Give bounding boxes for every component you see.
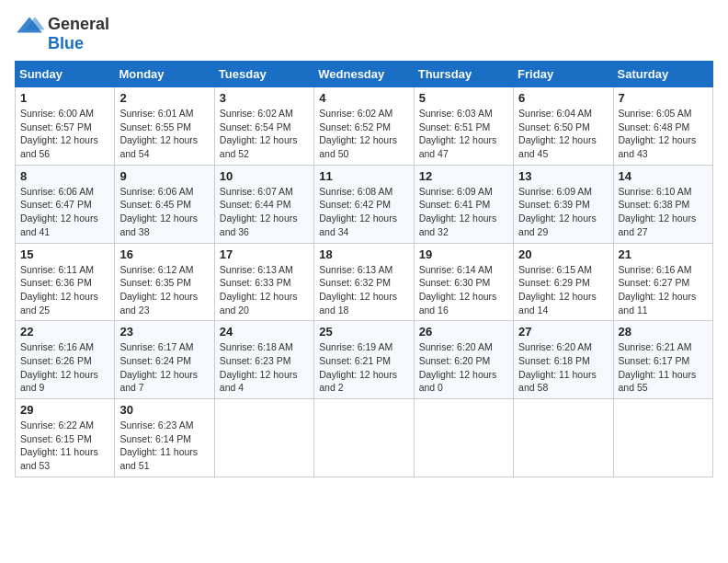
empty-cell [414,399,513,477]
day-number: 6 [518,91,608,105]
day-cell-30: 30 Sunrise: 6:23 AMSunset: 6:14 PMDaylig… [115,399,214,477]
day-number: 27 [518,325,608,339]
day-number: 2 [119,91,209,105]
day-info: Sunrise: 6:18 AMSunset: 6:23 PMDaylight:… [220,340,309,395]
week-row-5: 29 Sunrise: 6:22 AMSunset: 6:15 PMDaylig… [16,399,713,477]
day-info: Sunrise: 6:06 AMSunset: 6:45 PMDaylight:… [119,185,209,239]
day-cell-25: 25 Sunrise: 6:19 AMSunset: 6:21 PMDaylig… [314,321,414,399]
day-number: 3 [220,91,309,105]
day-cell-12: 12 Sunrise: 6:09 AMSunset: 6:41 PMDaylig… [414,165,513,243]
header-friday: Friday [514,62,613,87]
day-info: Sunrise: 6:01 AMSunset: 6:55 PMDaylight:… [119,107,209,161]
day-cell-11: 11 Sunrise: 6:08 AMSunset: 6:42 PMDaylig… [314,165,414,243]
day-cell-6: 6 Sunrise: 6:04 AMSunset: 6:50 PMDayligh… [514,87,613,166]
logo-general: General [48,15,109,34]
day-cell-21: 21 Sunrise: 6:16 AMSunset: 6:27 PMDaylig… [613,243,712,321]
day-cell-10: 10 Sunrise: 6:07 AMSunset: 6:44 PMDaylig… [214,165,313,243]
day-cell-1: 1 Sunrise: 6:00 AMSunset: 6:57 PMDayligh… [16,87,115,166]
week-row-3: 15 Sunrise: 6:11 AMSunset: 6:36 PMDaylig… [16,243,713,321]
day-cell-27: 27 Sunrise: 6:20 AMSunset: 6:18 PMDaylig… [514,321,613,399]
logo-blue: Blue [48,34,84,53]
day-cell-22: 22 Sunrise: 6:16 AMSunset: 6:26 PMDaylig… [16,321,115,399]
day-info: Sunrise: 6:03 AMSunset: 6:51 PMDaylight:… [419,107,508,161]
day-info: Sunrise: 6:13 AMSunset: 6:33 PMDaylight:… [220,263,309,317]
day-cell-13: 13 Sunrise: 6:09 AMSunset: 6:39 PMDaylig… [514,165,613,243]
header-sunday: Sunday [16,62,115,87]
empty-cell [613,399,712,477]
day-info: Sunrise: 6:19 AMSunset: 6:21 PMDaylight:… [319,340,408,395]
day-number: 23 [119,325,209,339]
day-cell-9: 9 Sunrise: 6:06 AMSunset: 6:45 PMDayligh… [115,165,214,243]
day-info: Sunrise: 6:02 AMSunset: 6:52 PMDaylight:… [319,107,408,161]
day-cell-5: 5 Sunrise: 6:03 AMSunset: 6:51 PMDayligh… [414,87,513,166]
day-info: Sunrise: 6:02 AMSunset: 6:54 PMDaylight:… [220,107,309,161]
day-number: 4 [319,91,408,105]
day-number: 25 [319,325,408,339]
day-cell-20: 20 Sunrise: 6:15 AMSunset: 6:29 PMDaylig… [514,243,613,321]
day-cell-24: 24 Sunrise: 6:18 AMSunset: 6:23 PMDaylig… [214,321,313,399]
day-info: Sunrise: 6:06 AMSunset: 6:47 PMDaylight:… [20,185,109,239]
day-number: 12 [419,169,508,183]
day-info: Sunrise: 6:15 AMSunset: 6:29 PMDaylight:… [518,263,608,317]
day-cell-7: 7 Sunrise: 6:05 AMSunset: 6:48 PMDayligh… [613,87,712,166]
logo-icon [15,16,44,34]
day-cell-2: 2 Sunrise: 6:01 AMSunset: 6:55 PMDayligh… [115,87,214,166]
day-number: 29 [20,403,109,417]
day-cell-19: 19 Sunrise: 6:14 AMSunset: 6:30 PMDaylig… [414,243,513,321]
day-cell-4: 4 Sunrise: 6:02 AMSunset: 6:52 PMDayligh… [314,87,414,166]
day-info: Sunrise: 6:16 AMSunset: 6:26 PMDaylight:… [20,340,109,395]
day-number: 10 [220,169,309,183]
day-info: Sunrise: 6:04 AMSunset: 6:50 PMDaylight:… [518,107,608,161]
day-number: 5 [419,91,508,105]
day-cell-3: 3 Sunrise: 6:02 AMSunset: 6:54 PMDayligh… [214,87,313,166]
day-number: 7 [619,91,708,105]
day-info: Sunrise: 6:14 AMSunset: 6:30 PMDaylight:… [419,263,508,317]
day-info: Sunrise: 6:09 AMSunset: 6:39 PMDaylight:… [518,185,608,239]
day-number: 24 [220,325,309,339]
day-number: 20 [518,247,608,261]
week-row-1: 1 Sunrise: 6:00 AMSunset: 6:57 PMDayligh… [16,87,713,166]
day-number: 15 [20,247,109,261]
day-number: 16 [119,247,209,261]
day-number: 13 [518,169,608,183]
day-cell-8: 8 Sunrise: 6:06 AMSunset: 6:47 PMDayligh… [16,165,115,243]
day-cell-15: 15 Sunrise: 6:11 AMSunset: 6:36 PMDaylig… [16,243,115,321]
day-number: 18 [319,247,408,261]
day-info: Sunrise: 6:22 AMSunset: 6:15 PMDaylight:… [20,419,109,473]
day-number: 21 [619,247,708,261]
header: General Blue [15,15,713,53]
empty-cell [214,399,313,477]
empty-cell [314,399,414,477]
day-cell-29: 29 Sunrise: 6:22 AMSunset: 6:15 PMDaylig… [16,399,115,477]
calendar-header-row: SundayMondayTuesdayWednesdayThursdayFrid… [16,62,713,87]
day-number: 11 [319,169,408,183]
day-number: 9 [119,169,209,183]
day-info: Sunrise: 6:13 AMSunset: 6:32 PMDaylight:… [319,263,408,317]
empty-cell [514,399,613,477]
day-info: Sunrise: 6:08 AMSunset: 6:42 PMDaylight:… [319,185,408,239]
logo: General Blue [15,15,109,53]
day-info: Sunrise: 6:21 AMSunset: 6:17 PMDaylight:… [619,340,708,395]
week-row-4: 22 Sunrise: 6:16 AMSunset: 6:26 PMDaylig… [16,321,713,399]
week-row-2: 8 Sunrise: 6:06 AMSunset: 6:47 PMDayligh… [16,165,713,243]
day-cell-17: 17 Sunrise: 6:13 AMSunset: 6:33 PMDaylig… [214,243,313,321]
day-number: 8 [20,169,109,183]
day-number: 22 [20,325,109,339]
day-info: Sunrise: 6:07 AMSunset: 6:44 PMDaylight:… [220,185,309,239]
day-info: Sunrise: 6:16 AMSunset: 6:27 PMDaylight:… [619,263,708,317]
day-number: 26 [419,325,508,339]
day-info: Sunrise: 6:09 AMSunset: 6:41 PMDaylight:… [419,185,508,239]
day-number: 28 [619,325,708,339]
day-number: 30 [119,403,209,417]
calendar: SundayMondayTuesdayWednesdayThursdayFrid… [15,61,713,477]
day-number: 19 [419,247,508,261]
day-info: Sunrise: 6:20 AMSunset: 6:18 PMDaylight:… [518,340,608,395]
day-cell-28: 28 Sunrise: 6:21 AMSunset: 6:17 PMDaylig… [613,321,712,399]
day-info: Sunrise: 6:12 AMSunset: 6:35 PMDaylight:… [119,263,209,317]
day-info: Sunrise: 6:05 AMSunset: 6:48 PMDaylight:… [619,107,708,161]
header-thursday: Thursday [414,62,513,87]
day-cell-14: 14 Sunrise: 6:10 AMSunset: 6:38 PMDaylig… [613,165,712,243]
day-cell-26: 26 Sunrise: 6:20 AMSunset: 6:20 PMDaylig… [414,321,513,399]
day-info: Sunrise: 6:20 AMSunset: 6:20 PMDaylight:… [419,340,508,395]
day-number: 1 [20,91,109,105]
